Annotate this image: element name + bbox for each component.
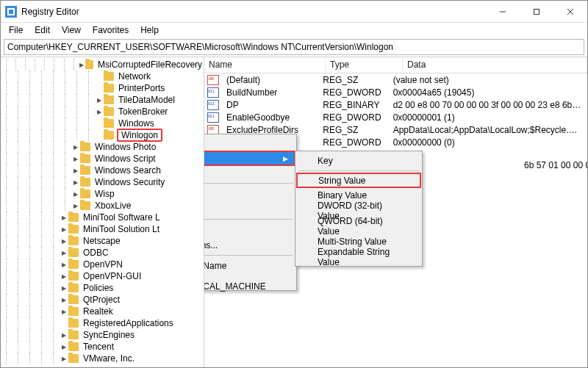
folder-icon <box>80 201 90 210</box>
col-header-name[interactable]: Name <box>204 57 326 73</box>
list-row[interactable]: EnableGoodbyeREG_DWORD0x00000001 (1) <box>204 111 587 123</box>
list-row[interactable]: BuildNumberREG_DWORD0x00004a65 (19045) <box>204 86 587 98</box>
expander-closed-icon[interactable]: ▶ <box>60 250 68 256</box>
close-button[interactable] <box>553 1 587 22</box>
address-text: Computer\HKEY_CURRENT_USER\SOFTWARE\Micr… <box>7 42 393 52</box>
tree-item[interactable]: ▶Policies <box>1 282 204 294</box>
expander-closed-icon[interactable]: ▶ <box>95 97 104 104</box>
expander-closed-icon[interactable]: ▶ <box>60 214 68 221</box>
tree-item[interactable]: ▶Netscape <box>1 235 204 247</box>
expander-closed-icon[interactable]: ▶ <box>60 226 68 233</box>
maximize-button[interactable] <box>520 1 553 22</box>
context-menu-item[interactable]: Go to HKEY_LOCAL_MACHINE <box>204 273 295 289</box>
context-menu-item[interactable]: Delete <box>204 186 295 201</box>
expander-closed-icon[interactable]: ▶ <box>71 144 80 151</box>
tree-item[interactable]: ▶MsiCorruptedFileRecovery <box>1 59 204 71</box>
tree-item[interactable]: ▶ODBC <box>1 247 204 259</box>
tree-item[interactable]: ▶Network <box>1 71 204 82</box>
col-header-type[interactable]: Type <box>326 57 403 73</box>
context-submenu-new[interactable]: KeyString ValueBinary ValueDWORD (32-bit… <box>295 151 423 267</box>
tree-item-label: Tencent <box>82 342 115 352</box>
tree-item[interactable]: ▶QtProject <box>1 294 204 306</box>
context-menu[interactable]: ExpandNew▶Find...DeleteRenameExportPermi… <box>204 134 297 291</box>
cell-data: 0x00004a65 (19045) <box>389 87 587 98</box>
content-split: ▶MsiCorruptedFileRecovery▶Network▶Printe… <box>1 57 587 367</box>
context-submenu-item[interactable]: String Value <box>296 173 421 188</box>
folder-icon <box>80 142 90 151</box>
tree-item-label: Winlogon <box>117 129 162 142</box>
expander-closed-icon[interactable]: ▶ <box>71 203 80 209</box>
expander-closed-icon[interactable]: ▶ <box>60 309 68 315</box>
expander-closed-icon[interactable]: ▶ <box>71 179 80 186</box>
context-submenu-item[interactable]: QWORD (64-bit) Value <box>297 218 420 234</box>
tree-item[interactable]: ▶Windows <box>1 118 204 129</box>
context-submenu-item[interactable]: Key <box>297 153 420 168</box>
list-row[interactable]: (Default)REG_SZ(value not set) <box>204 73 587 86</box>
context-submenu-item[interactable]: Expandable String Value <box>297 249 420 264</box>
tree: ▶MsiCorruptedFileRecovery▶Network▶Printe… <box>1 59 204 364</box>
cell-type: REG_BINARY <box>318 100 388 110</box>
tree-item[interactable]: ▶Windows Security <box>1 176 204 188</box>
tree-item[interactable]: ▶Windows Script <box>1 153 204 165</box>
expander-closed-icon[interactable]: ▶ <box>60 273 68 280</box>
menu-view[interactable]: View <box>57 24 86 37</box>
expander-closed-icon[interactable]: ▶ <box>71 156 80 162</box>
context-menu-item[interactable]: Find... <box>204 165 295 181</box>
expander-closed-icon[interactable]: ▶ <box>95 109 104 115</box>
tree-item[interactable]: ▶XboxLive <box>1 200 204 212</box>
context-menu-item[interactable]: Permissions... <box>204 237 295 253</box>
expander-closed-icon[interactable]: ▶ <box>71 191 80 198</box>
tree-item[interactable]: ▶OpenVPN <box>1 259 204 270</box>
tree-item[interactable]: ▶PrinterPorts <box>1 82 204 94</box>
tree-item[interactable]: ▶TokenBroker <box>1 106 204 118</box>
folder-icon <box>104 107 114 116</box>
cell-type: REG_SZ <box>318 75 388 85</box>
context-submenu-item-label: Expandable String Value <box>318 247 403 267</box>
expander-closed-icon[interactable]: ▶ <box>60 297 68 303</box>
tree-item[interactable]: ▶TileDataModel <box>1 94 204 106</box>
tree-item[interactable]: ▶Realtek <box>1 306 204 317</box>
tree-item-label: Network <box>117 71 152 82</box>
folder-icon <box>104 72 114 81</box>
address-bar[interactable]: Computer\HKEY_CURRENT_USER\SOFTWARE\Micr… <box>4 39 584 55</box>
cell-type: REG_DWORD <box>318 87 388 98</box>
cell-data: d2 00 e8 00 70 00 00 00 3f 00 00 00 23 e… <box>389 100 587 110</box>
tree-item[interactable]: ▶Winlogon <box>1 129 204 141</box>
tree-item[interactable]: ▶Windows Photo <box>1 141 204 153</box>
tree-item[interactable]: ▶VMware, Inc. <box>1 353 204 364</box>
tree-item[interactable]: ▶Wisp <box>1 188 204 200</box>
expander-closed-icon[interactable]: ▶ <box>60 285 68 292</box>
tree-item-label: Realtek <box>82 306 115 317</box>
context-menu-item[interactable]: New▶ <box>204 151 295 166</box>
tree-pane[interactable]: ▶MsiCorruptedFileRecovery▶Network▶Printe… <box>1 57 204 367</box>
context-menu-item-label: Permissions... <box>204 240 218 250</box>
tree-item-label: OpenVPN-GUI <box>82 271 143 281</box>
tree-item[interactable]: ▶Windows Search <box>1 165 204 176</box>
col-header-data[interactable]: Data <box>403 57 587 73</box>
context-menu-item[interactable]: Export <box>204 222 295 237</box>
minimize-button[interactable] <box>486 1 520 22</box>
context-menu-item[interactable]: Rename <box>204 201 295 217</box>
expander-closed-icon[interactable]: ▶ <box>60 332 68 339</box>
tree-item[interactable]: ▶OpenVPN-GUI <box>1 270 204 282</box>
tree-item-label: PrinterPorts <box>117 83 166 93</box>
list-row[interactable]: DPREG_BINARYd2 00 e8 00 70 00 00 00 3f 0… <box>204 98 587 111</box>
menu-help[interactable]: Help <box>135 24 164 37</box>
menu-file[interactable]: File <box>4 24 28 37</box>
expander-closed-icon[interactable]: ▶ <box>60 238 68 245</box>
tree-item[interactable]: ▶RegisteredApplications <box>1 317 204 329</box>
expander-closed-icon[interactable]: ▶ <box>60 356 68 362</box>
cell-name: (Default) <box>222 75 318 85</box>
expander-closed-icon[interactable]: ▶ <box>71 167 80 174</box>
expander-closed-icon[interactable]: ▶ <box>78 62 85 68</box>
tree-item[interactable]: ▶SyncEngines <box>1 329 204 341</box>
tree-item[interactable]: ▶MiniTool Software L <box>1 212 204 223</box>
cell-data: 0x00000001 (1) <box>389 112 587 123</box>
menu-favorites[interactable]: Favorites <box>87 24 134 37</box>
tree-item[interactable]: ▶Tencent <box>1 341 204 353</box>
expander-closed-icon[interactable]: ▶ <box>60 344 68 350</box>
list-pane[interactable]: Name Type Data (Default)REG_SZ(value not… <box>204 57 587 367</box>
tree-item[interactable]: ▶MiniTool Solution Lt <box>1 223 204 235</box>
menu-edit[interactable]: Edit <box>29 24 55 37</box>
expander-closed-icon[interactable]: ▶ <box>60 261 68 268</box>
